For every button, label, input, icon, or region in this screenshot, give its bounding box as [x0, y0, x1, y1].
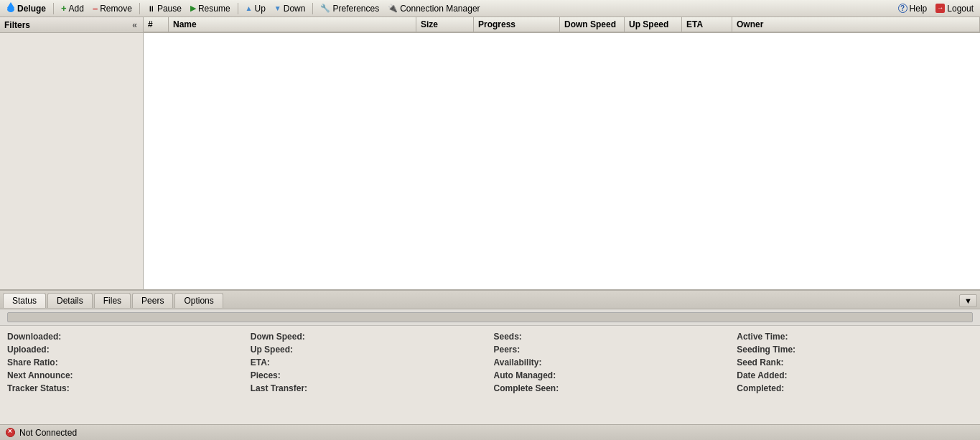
completed-item: Completed:: [737, 383, 973, 393]
info-col-2: Down Speed: Up Speed: ETA: Pieces:: [251, 332, 487, 393]
toolbar-right: ? Help → Logout: [895, 3, 977, 14]
down-button[interactable]: ▼ Down: [271, 3, 309, 14]
connection-status-icon: [6, 428, 15, 437]
bottom-pane: Status Details Files Peers Options ▼: [0, 289, 980, 440]
toolbar: Deluge + Add – Remove ⏸ Pause ▶ Resume ▲…: [0, 0, 980, 17]
torrent-list[interactable]: [144, 33, 980, 289]
peers-label: Peers:: [494, 345, 521, 355]
chevron-down-icon: ▼: [964, 296, 972, 305]
logout-label: Logout: [947, 4, 974, 14]
seed-rank-label: Seed Rank:: [737, 357, 783, 368]
connection-manager-button[interactable]: 🔌 Connection Manager: [384, 3, 483, 14]
preferences-label: Preferences: [332, 4, 379, 14]
active-time-label: Active Time:: [737, 332, 788, 342]
remove-button[interactable]: – Remove: [89, 2, 136, 14]
preferences-button[interactable]: 🔧 Preferences: [317, 3, 383, 14]
col-header-owner[interactable]: Owner: [732, 17, 980, 32]
top-split: Filters « # Name Size Progress Down Spee…: [0, 17, 980, 289]
downloaded-label: Downloaded:: [7, 332, 61, 342]
seeds-item: Seeds:: [494, 332, 730, 342]
seeds-label: Seeds:: [494, 332, 522, 342]
eta-label: ETA:: [251, 357, 270, 368]
availability-label: Availability:: [494, 357, 542, 368]
torrent-panel: # Name Size Progress Down Speed Up Speed…: [144, 17, 980, 289]
filters-content: [0, 33, 143, 289]
active-time-item: Active Time:: [737, 332, 973, 342]
col-header-name[interactable]: Name: [169, 17, 416, 32]
tab-peers[interactable]: Peers: [132, 293, 173, 308]
pieces-label: Pieces:: [251, 370, 281, 380]
logout-icon: →: [935, 4, 945, 13]
help-label: Help: [910, 4, 928, 14]
pieces-item: Pieces:: [251, 370, 487, 380]
up-arrow-icon: ▲: [246, 4, 253, 12]
col-header-down-speed[interactable]: Down Speed: [560, 17, 625, 32]
down-speed-label: Down Speed:: [251, 332, 305, 342]
progress-bar: [7, 312, 973, 322]
tab-status[interactable]: Status: [3, 293, 46, 308]
complete-seen-item: Complete Seen:: [494, 383, 730, 393]
info-grid: Downloaded: Uploaded: Share Ratio: Next …: [0, 326, 980, 399]
connection-manager-label: Connection Manager: [400, 4, 480, 14]
last-transfer-label: Last Transfer:: [251, 383, 307, 393]
date-added-item: Date Added:: [737, 370, 973, 380]
svg-marker-1: [7, 2, 14, 8]
auto-managed-label: Auto Managed:: [494, 370, 556, 380]
next-announce-label: Next Announce:: [7, 370, 73, 380]
connection-status-text: Not Connected: [19, 428, 77, 438]
table-header: # Name Size Progress Down Speed Up Speed…: [144, 17, 980, 33]
add-label: Add: [69, 4, 84, 14]
uploaded-label: Uploaded:: [7, 345, 50, 355]
preferences-icon: 🔧: [320, 4, 330, 13]
col-header-num[interactable]: #: [144, 17, 169, 32]
eta-item: ETA:: [251, 357, 487, 368]
pause-button[interactable]: ⏸ Pause: [144, 3, 185, 14]
complete-seen-label: Complete Seen:: [494, 383, 559, 393]
completed-label: Completed:: [737, 383, 784, 393]
up-speed-item: Up Speed:: [251, 345, 487, 355]
pause-label: Pause: [157, 4, 182, 14]
connection-manager-icon: 🔌: [388, 4, 398, 13]
add-button[interactable]: + Add: [57, 2, 88, 14]
up-label: Up: [255, 4, 266, 14]
up-speed-label: Up Speed:: [251, 345, 293, 355]
resume-icon: ▶: [190, 4, 196, 13]
split-area: Filters « # Name Size Progress Down Spee…: [0, 17, 980, 440]
pause-icon: ⏸: [147, 4, 155, 13]
col-header-up-speed[interactable]: Up Speed: [625, 17, 682, 32]
help-icon: ?: [898, 4, 907, 13]
downloaded-item: Downloaded:: [7, 332, 243, 342]
resume-label: Resume: [198, 4, 230, 14]
remove-label: Remove: [100, 4, 132, 14]
app-body: Filters « # Name Size Progress Down Spee…: [0, 17, 980, 440]
tracker-status-item: Tracker Status:: [7, 383, 243, 393]
info-col-4: Active Time: Seeding Time: Seed Rank: Da…: [737, 332, 973, 393]
down-arrow-icon: ▼: [274, 4, 281, 12]
col-header-eta[interactable]: ETA: [682, 17, 732, 32]
tab-details[interactable]: Details: [47, 293, 93, 308]
col-header-size[interactable]: Size: [416, 17, 474, 32]
info-col-3: Seeds: Peers: Availability: Auto Managed…: [494, 332, 730, 393]
tabs-bar: Status Details Files Peers Options ▼: [0, 291, 980, 309]
filters-header: Filters «: [0, 17, 143, 33]
tab-options[interactable]: Options: [174, 293, 223, 308]
col-header-progress[interactable]: Progress: [474, 17, 560, 32]
tab-expand-button[interactable]: ▼: [959, 294, 977, 307]
resume-button[interactable]: ▶ Resume: [187, 3, 234, 14]
logout-button[interactable]: → Logout: [932, 3, 977, 14]
tab-files[interactable]: Files: [94, 293, 131, 308]
share-ratio-item: Share Ratio:: [7, 357, 243, 368]
help-button[interactable]: ? Help: [895, 3, 931, 14]
status-bar: Not Connected: [0, 424, 980, 440]
filters-collapse-button[interactable]: «: [131, 20, 139, 30]
auto-managed-item: Auto Managed:: [494, 370, 730, 380]
peers-item: Peers:: [494, 345, 730, 355]
seed-rank-item: Seed Rank:: [737, 357, 973, 368]
last-transfer-item: Last Transfer:: [251, 383, 487, 393]
up-button[interactable]: ▲ Up: [242, 3, 269, 14]
date-added-label: Date Added:: [737, 370, 787, 380]
share-ratio-label: Share Ratio:: [7, 357, 58, 368]
app-title: Deluge: [17, 4, 46, 14]
sep-2: [139, 3, 140, 14]
app-logo: Deluge: [3, 1, 50, 15]
